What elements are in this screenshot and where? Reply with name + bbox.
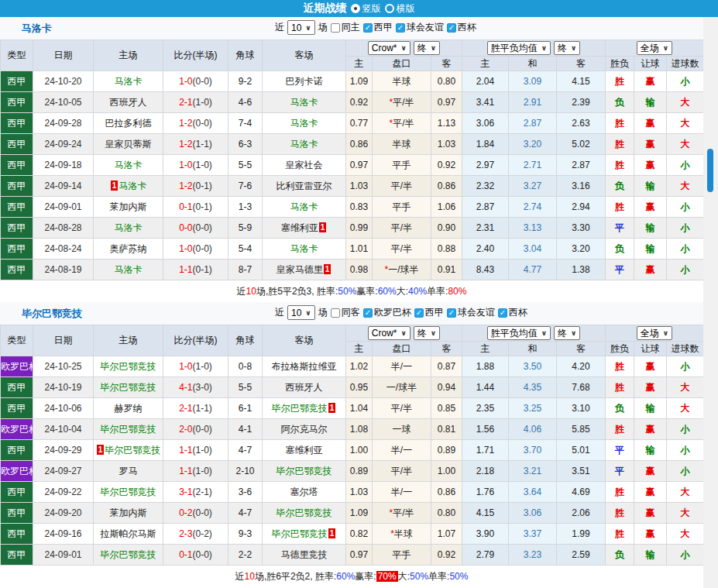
home-team-name[interactable]: 马洛卡 bbox=[115, 222, 143, 233]
home-team-name[interactable]: 毕尔巴鄂竞技 bbox=[101, 487, 156, 497]
header-select[interactable]: 胜平负均值∨ bbox=[487, 326, 551, 340]
match-date: 24-09-18 bbox=[33, 155, 94, 176]
home-team-name[interactable]: 巴拉多利德 bbox=[105, 118, 152, 129]
header-select[interactable]: 终∨ bbox=[414, 326, 440, 340]
away-team-name[interactable]: 马洛卡 bbox=[290, 139, 318, 150]
checkbox-checked-icon bbox=[447, 308, 456, 318]
fulltime-score: 1-1 bbox=[179, 466, 192, 476]
result-handicap: 赢 bbox=[634, 419, 667, 440]
away-team-name[interactable]: 塞维利亚 bbox=[286, 445, 323, 456]
home-team-name[interactable]: 毕尔巴鄂竞技 bbox=[101, 361, 156, 372]
away-team-name[interactable]: 皇家马德里 bbox=[277, 264, 323, 275]
away-team-name[interactable]: 毕尔巴鄂竞技 bbox=[277, 466, 332, 476]
away-team-name[interactable]: 马洛卡 bbox=[290, 97, 318, 108]
handicap-value: 平/半 bbox=[391, 222, 412, 233]
layout-option-vertical[interactable]: 竖版 bbox=[351, 2, 381, 15]
result-wdl: 胜 bbox=[606, 503, 634, 524]
result-wdl: 胜 bbox=[606, 113, 634, 134]
away-team-name[interactable]: 比利亚雷亚尔 bbox=[277, 181, 332, 191]
home-team-name[interactable]: 皇家贝蒂斯 bbox=[105, 139, 152, 150]
chevron-down-icon: ∨ bbox=[663, 329, 668, 337]
header-select[interactable]: Crow*∨ bbox=[368, 326, 411, 340]
away-team-name[interactable]: 毕尔巴鄂竞技 bbox=[272, 528, 328, 539]
checkbox-unchecked-icon bbox=[331, 308, 340, 318]
away-team-name[interactable]: 巴列卡诺 bbox=[286, 76, 323, 87]
handicap-home-odds: 0.86 bbox=[346, 134, 373, 155]
home-team-name[interactable]: 罗马 bbox=[119, 466, 138, 476]
header-select[interactable]: 终∨ bbox=[554, 326, 580, 340]
header-select[interactable]: Crow*∨ bbox=[368, 41, 411, 55]
away-team-name[interactable]: 西班牙人 bbox=[286, 382, 323, 393]
mean-home-odds: 2.87 bbox=[462, 197, 509, 218]
match-date: 24-08-24 bbox=[33, 239, 94, 260]
header-select[interactable]: 终∨ bbox=[554, 41, 580, 55]
home-team-name[interactable]: 毕尔巴鄂竞技 bbox=[101, 382, 156, 393]
home-team-name[interactable]: 莱加内斯 bbox=[110, 201, 147, 212]
away-team-name[interactable]: 马洛卡 bbox=[290, 201, 318, 212]
same-venue-filter[interactable]: 同主 bbox=[331, 21, 360, 34]
league-filter-1[interactable]: 西甲 bbox=[414, 306, 444, 319]
sub-column-header: 胜负 bbox=[606, 342, 634, 356]
score-cell: 2-3(0-2) bbox=[163, 524, 228, 545]
home-team-name[interactable]: 拉斯帕尔马斯 bbox=[101, 528, 156, 539]
mean-home-odds: 2.97 bbox=[462, 155, 509, 176]
checkbox-checked-icon bbox=[498, 308, 507, 318]
league-filter-0[interactable]: 西甲 bbox=[363, 21, 393, 34]
layout-option-horizontal[interactable]: 横版 bbox=[385, 2, 415, 15]
home-team-name[interactable]: 马洛卡 bbox=[119, 181, 146, 191]
match-date: 24-09-01 bbox=[33, 545, 94, 566]
away-team-name[interactable]: 马洛卡 bbox=[290, 118, 318, 129]
league-type-cell: 西甲 bbox=[1, 218, 33, 239]
away-team-name[interactable]: 马洛卡 bbox=[290, 243, 318, 254]
away-team-name[interactable]: 阿尔克马尔 bbox=[281, 424, 328, 435]
home-team-name[interactable]: 毕尔巴鄂竞技 bbox=[105, 445, 160, 456]
header-select[interactable]: 胜平负均值∨ bbox=[487, 41, 551, 55]
league-filter-3[interactable]: 西杯 bbox=[498, 306, 527, 319]
scrollbar-track[interactable] bbox=[703, 17, 718, 588]
match-date: 24-09-01 bbox=[33, 197, 94, 218]
result-goals: 小 bbox=[667, 545, 704, 566]
away-team-name[interactable]: 马德里竞技 bbox=[281, 549, 328, 560]
match-count-select[interactable]: 10∨ bbox=[287, 305, 315, 320]
home-team-name[interactable]: 毕尔巴鄂竞技 bbox=[101, 424, 156, 435]
away-team-name[interactable]: 毕尔巴鄂竞技 bbox=[272, 403, 328, 414]
result-wdl: 胜 bbox=[606, 419, 634, 440]
result-wdl: 胜 bbox=[606, 482, 634, 503]
header-select[interactable]: 终∨ bbox=[414, 41, 440, 55]
header-select[interactable]: 全场∨ bbox=[637, 326, 672, 340]
home-team-name[interactable]: 马洛卡 bbox=[115, 264, 143, 275]
away-team-name[interactable]: 布拉格斯拉维亚 bbox=[272, 361, 337, 372]
home-team-name[interactable]: 毕尔巴鄂竞技 bbox=[101, 549, 156, 560]
table-row: 西甲24-08-28马洛卡0-0(0-0)5-9塞维利亚10.99平/半0.90… bbox=[1, 218, 704, 239]
home-team-name[interactable]: 莱加内斯 bbox=[110, 507, 147, 518]
away-team-name[interactable]: 塞维利亚 bbox=[281, 222, 318, 233]
same-venue-filter[interactable]: 同客 bbox=[331, 306, 360, 319]
away-team-name[interactable]: 毕尔巴鄂竞技 bbox=[277, 507, 332, 518]
result-goals: 大 bbox=[667, 176, 704, 197]
match-count-select[interactable]: 10∨ bbox=[287, 20, 315, 35]
team-section: 马洛卡近10∨场同主西甲球会友谊西杯类型日期主场比分(半场)角球客场Crow*∨… bbox=[0, 17, 718, 302]
scrollbar-thumb[interactable] bbox=[707, 149, 713, 192]
away-team-name[interactable]: 塞尔塔 bbox=[290, 487, 318, 497]
home-team-name[interactable]: 西班牙人 bbox=[110, 97, 147, 108]
sub-column-header: 客 bbox=[557, 57, 606, 71]
home-team-name[interactable]: 马洛卡 bbox=[115, 76, 143, 87]
away-team-cell: 马洛卡 bbox=[263, 197, 346, 218]
team-name-title[interactable]: 毕尔巴鄂竞技 bbox=[22, 307, 82, 321]
league-filter-2[interactable]: 球会友谊 bbox=[447, 306, 495, 319]
mean-home-odds: 3.41 bbox=[462, 92, 509, 113]
handicap-home-odds: 1.01 bbox=[346, 239, 373, 260]
home-team-name[interactable]: 赫罗纳 bbox=[115, 403, 143, 414]
team-name-title[interactable]: 马洛卡 bbox=[22, 22, 52, 36]
header-select[interactable]: 全场∨ bbox=[637, 41, 672, 55]
home-team-name[interactable]: 马洛卡 bbox=[115, 160, 143, 170]
away-team-name[interactable]: 皇家社会 bbox=[286, 160, 323, 170]
league-type-cell: 西甲 bbox=[1, 260, 33, 280]
sub-column-header: 客 bbox=[431, 342, 462, 356]
checkbox-label: 球会友谊 bbox=[407, 21, 444, 34]
league-filter-1[interactable]: 球会友谊 bbox=[396, 21, 444, 34]
league-filter-2[interactable]: 西杯 bbox=[447, 21, 476, 34]
result-handicap: 赢 bbox=[634, 503, 667, 524]
home-team-name[interactable]: 奥萨苏纳 bbox=[110, 243, 147, 254]
league-filter-0[interactable]: 欧罗巴杯 bbox=[363, 306, 411, 319]
